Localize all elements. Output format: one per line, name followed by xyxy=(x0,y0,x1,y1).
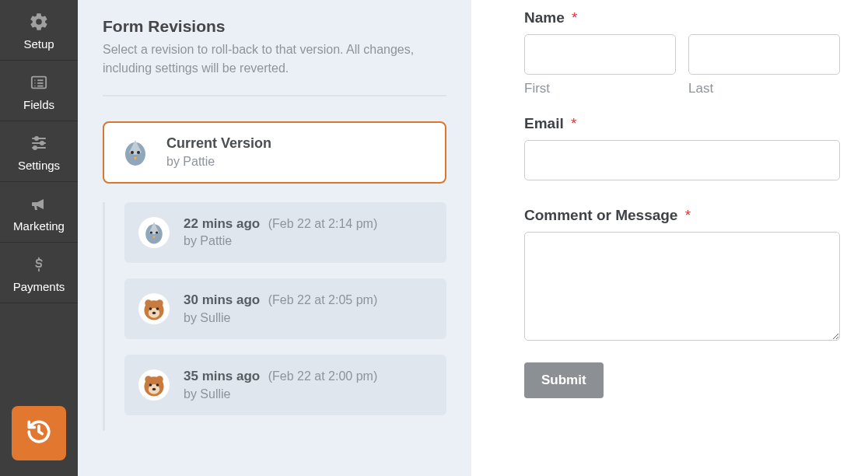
svg-point-24 xyxy=(156,307,159,310)
form-preview: Name * First Last Email * Comment or Mes… xyxy=(471,0,868,476)
sidebar-item-label: Setup xyxy=(23,37,54,51)
revisions-panel: Form Revisions Select a revision to roll… xyxy=(78,0,471,476)
svg-point-17 xyxy=(150,231,152,233)
email-label: Email * xyxy=(524,115,840,132)
svg-point-32 xyxy=(152,388,156,390)
revision-author: by Sullie xyxy=(184,310,377,327)
dollar-icon xyxy=(28,254,50,275)
sliders-icon xyxy=(28,132,50,154)
revision-item[interactable]: 35 mins ago (Feb 22 at 2:00 pm) by Sulli… xyxy=(124,355,446,415)
revision-author: by Sullie xyxy=(184,386,377,403)
revisions-button[interactable] xyxy=(12,406,66,460)
svg-point-23 xyxy=(149,307,152,310)
comment-label: Comment or Message * xyxy=(524,207,840,224)
revision-author: by Pattie xyxy=(184,233,377,250)
app-sidebar: Setup Fields Settings Marketing Payments xyxy=(0,0,78,476)
first-name-sublabel: First xyxy=(524,81,676,96)
svg-point-10 xyxy=(40,142,44,145)
svg-point-15 xyxy=(137,151,140,154)
last-name-sublabel: Last xyxy=(688,81,840,96)
revision-timestamp: (Feb 22 at 2:00 pm) xyxy=(268,369,378,383)
revision-timestamp: (Feb 22 at 2:05 pm) xyxy=(268,293,378,306)
sidebar-item-settings[interactable]: Settings xyxy=(0,121,78,182)
avatar xyxy=(118,135,152,170)
revision-timestamp: (Feb 22 at 2:14 pm) xyxy=(268,217,378,230)
submit-button[interactable]: Submit xyxy=(524,362,604,398)
revision-time-ago: 22 mins ago xyxy=(184,216,260,231)
svg-point-30 xyxy=(149,383,152,387)
svg-point-12 xyxy=(33,146,37,149)
comment-textarea[interactable] xyxy=(524,232,840,341)
sidebar-item-payments[interactable]: Payments xyxy=(0,243,78,303)
sidebar-item-label: Settings xyxy=(18,159,60,172)
first-name-input[interactable] xyxy=(524,34,676,75)
timeline-line xyxy=(103,202,105,432)
name-label: Name * xyxy=(524,9,840,26)
svg-point-21 xyxy=(156,299,163,306)
svg-point-31 xyxy=(156,383,159,387)
revision-item[interactable]: 30 mins ago (Feb 22 at 2:05 pm) by Sulli… xyxy=(124,278,446,339)
revisions-title: Form Revisions xyxy=(103,17,446,36)
revision-item[interactable]: 22 mins ago (Feb 22 at 2:14 pm) by Patti… xyxy=(124,202,446,263)
sidebar-item-label: Fields xyxy=(23,98,54,111)
list-icon xyxy=(28,72,50,93)
svg-point-14 xyxy=(131,151,134,154)
required-marker: * xyxy=(571,115,576,131)
revision-list: 22 mins ago (Feb 22 at 2:14 pm) by Patti… xyxy=(103,202,446,432)
current-version-author: by Pattie xyxy=(166,153,271,170)
history-icon xyxy=(26,418,52,448)
sidebar-item-marketing[interactable]: Marketing xyxy=(0,182,78,243)
email-input[interactable] xyxy=(524,140,840,180)
sidebar-item-setup[interactable]: Setup xyxy=(0,0,78,61)
svg-point-18 xyxy=(156,231,158,233)
avatar xyxy=(138,369,170,401)
revision-time-ago: 35 mins ago xyxy=(184,369,260,383)
last-name-input[interactable] xyxy=(688,34,840,75)
svg-point-25 xyxy=(152,312,156,314)
avatar xyxy=(138,293,170,324)
sidebar-item-label: Payments xyxy=(13,280,65,293)
svg-point-8 xyxy=(35,137,38,140)
sidebar-item-label: Marketing xyxy=(13,219,65,233)
avatar xyxy=(138,217,170,248)
current-version-label: Current Version xyxy=(166,134,271,153)
required-marker: * xyxy=(572,9,577,26)
svg-point-20 xyxy=(145,299,152,306)
bullhorn-icon xyxy=(28,193,50,215)
gear-icon xyxy=(28,11,50,33)
revisions-subtitle: Select a revision to roll-back to that v… xyxy=(103,40,429,78)
svg-point-28 xyxy=(156,376,163,383)
sidebar-item-fields[interactable]: Fields xyxy=(0,61,78,121)
divider xyxy=(103,95,446,96)
revision-time-ago: 30 mins ago xyxy=(184,292,260,307)
required-marker: * xyxy=(685,207,691,223)
current-version-card[interactable]: Current Version by Pattie xyxy=(103,121,446,184)
svg-point-27 xyxy=(145,376,152,383)
